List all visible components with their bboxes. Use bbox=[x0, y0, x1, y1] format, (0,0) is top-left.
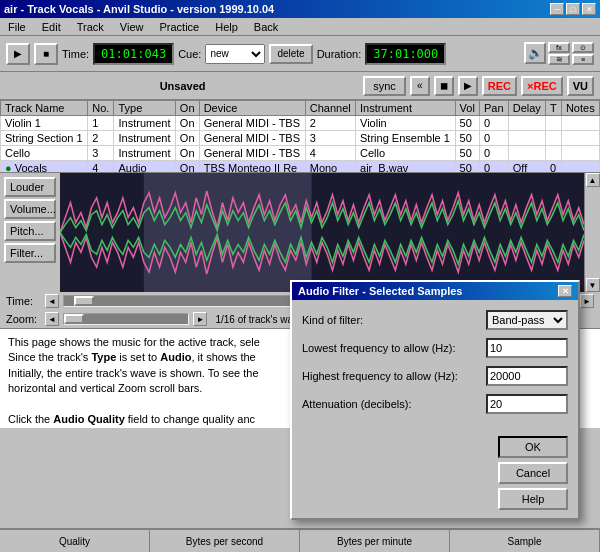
table-cell: 3 bbox=[305, 131, 355, 146]
play-button[interactable]: ▶ bbox=[6, 43, 30, 65]
low-freq-input[interactable] bbox=[486, 338, 568, 358]
menu-edit[interactable]: Edit bbox=[38, 21, 65, 33]
zoom-scroll-left[interactable]: ◄ bbox=[45, 312, 59, 326]
menu-view[interactable]: View bbox=[116, 21, 148, 33]
lines-icon[interactable]: ≡ bbox=[572, 54, 594, 65]
col-device: Device bbox=[199, 101, 305, 116]
col-t: T bbox=[546, 101, 562, 116]
tab-sample[interactable]: Sample bbox=[450, 530, 600, 552]
table-cell bbox=[546, 146, 562, 161]
ok-button[interactable]: OK bbox=[498, 436, 568, 458]
table-cell: 50 bbox=[455, 146, 479, 161]
louder-button[interactable]: Louder bbox=[4, 177, 56, 197]
kind-select[interactable]: Low-pass High-pass Band-pass Notch bbox=[486, 310, 568, 330]
table-cell: 50 bbox=[455, 131, 479, 146]
time-label: Time: bbox=[62, 48, 89, 60]
toolbar-row1: ▶ ■ Time: 01:01:043 Cue: new delete Dura… bbox=[0, 36, 600, 72]
vu-button[interactable]: VU bbox=[567, 76, 594, 96]
bottom-tabs: Quality Bytes per second Bytes per minut… bbox=[0, 528, 600, 552]
dialog-row-attenuation: Attenuation (decibels): bbox=[302, 394, 568, 414]
cancel-button[interactable]: Cancel bbox=[498, 462, 568, 484]
rec-button[interactable]: REC bbox=[482, 76, 517, 96]
svg-rect-0 bbox=[60, 173, 584, 292]
table-cell: Instrument bbox=[114, 131, 175, 146]
vertical-scrollbar[interactable]: ▲ ▼ bbox=[584, 173, 600, 292]
audio-filter-dialog: Audio Filter - Selected Samples ✕ Kind o… bbox=[290, 280, 580, 520]
delete-button[interactable]: delete bbox=[269, 44, 312, 64]
table-row[interactable]: Violin 11InstrumentOnGeneral MIDI - TBS2… bbox=[1, 116, 600, 131]
forward-button[interactable]: ▶ bbox=[458, 76, 478, 96]
col-type: Type bbox=[114, 101, 175, 116]
stop-button[interactable]: ■ bbox=[34, 43, 58, 65]
dialog-close-button[interactable]: ✕ bbox=[558, 285, 572, 297]
side-buttons: Louder Volume... Pitch... Filter... bbox=[0, 173, 60, 292]
table-row[interactable]: Cello3InstrumentOnGeneral MIDI - TBS4Cel… bbox=[1, 146, 600, 161]
track-table: Track Name No. Type On Device Channel In… bbox=[0, 100, 600, 172]
table-cell: Violin 1 bbox=[1, 116, 88, 131]
sync-button[interactable]: sync bbox=[363, 76, 406, 96]
attenuation-input[interactable] bbox=[486, 394, 568, 414]
table-cell bbox=[561, 116, 599, 131]
close-button[interactable]: ✕ bbox=[582, 3, 596, 15]
table-cell: 4 bbox=[88, 161, 114, 173]
track-table-container: Track Name No. Type On Device Channel In… bbox=[0, 100, 600, 172]
time-scroll-thumb[interactable] bbox=[74, 296, 94, 306]
cue-select[interactable]: new bbox=[205, 44, 265, 64]
tab-bytes-per-minute[interactable]: Bytes per minute bbox=[300, 530, 450, 552]
help-button[interactable]: Help bbox=[498, 488, 568, 510]
table-row[interactable]: ● Vocals4AudioOnTBS Montego II ReMonoair… bbox=[1, 161, 600, 173]
table-cell: On bbox=[175, 161, 199, 173]
table-cell: Violin bbox=[356, 116, 456, 131]
time-scroll-right[interactable]: ► bbox=[580, 294, 594, 308]
xrec-button[interactable]: ×REC bbox=[521, 76, 563, 96]
tab-quality[interactable]: Quality bbox=[0, 530, 150, 552]
menu-help[interactable]: Help bbox=[211, 21, 242, 33]
table-cell: 2 bbox=[305, 116, 355, 131]
knob-icon[interactable]: ⊙ bbox=[572, 42, 594, 53]
table-cell: General MIDI - TBS bbox=[199, 131, 305, 146]
table-cell bbox=[546, 131, 562, 146]
table-cell bbox=[508, 146, 545, 161]
scroll-down-arrow[interactable]: ▼ bbox=[586, 278, 600, 292]
unsaved-label: Unsaved bbox=[6, 80, 359, 92]
menu-back[interactable]: Back bbox=[250, 21, 282, 33]
zoom-scroll-right[interactable]: ► bbox=[193, 312, 207, 326]
table-cell: General MIDI - TBS bbox=[199, 116, 305, 131]
zoom-scroll-track[interactable] bbox=[63, 313, 189, 325]
col-notes: Notes bbox=[561, 101, 599, 116]
menu-practice[interactable]: Practice bbox=[155, 21, 203, 33]
table-cell: 0 bbox=[479, 116, 508, 131]
pitch-button[interactable]: Pitch... bbox=[4, 221, 56, 241]
table-cell bbox=[561, 146, 599, 161]
table-cell: ● Vocals bbox=[1, 161, 88, 173]
wave-icon[interactable]: ≋ bbox=[548, 54, 570, 65]
table-cell: 3 bbox=[88, 146, 114, 161]
table-cell: TBS Montego II Re bbox=[199, 161, 305, 173]
tab-bytes-per-second[interactable]: Bytes per second bbox=[150, 530, 300, 552]
filter-button[interactable]: Filter... bbox=[4, 243, 56, 263]
maximize-button[interactable]: □ bbox=[566, 3, 580, 15]
toolbar-row2: Unsaved sync « ◼ ▶ REC ×REC VU bbox=[0, 72, 600, 100]
table-cell bbox=[546, 116, 562, 131]
high-freq-input[interactable] bbox=[486, 366, 568, 386]
menu-track[interactable]: Track bbox=[73, 21, 108, 33]
speaker-icon[interactable]: 🔊 bbox=[524, 42, 546, 64]
back-step-button[interactable]: ◼ bbox=[434, 76, 454, 96]
table-cell: 50 bbox=[455, 161, 479, 173]
kind-label: Kind of filter: bbox=[302, 314, 482, 326]
fx-icon[interactable]: fx bbox=[548, 42, 570, 53]
title-bar: air - Track Vocals - Anvil Studio - vers… bbox=[0, 0, 600, 18]
rewind-button[interactable]: « bbox=[410, 76, 430, 96]
table-cell: Mono bbox=[305, 161, 355, 173]
table-row[interactable]: String Section 12InstrumentOnGeneral MID… bbox=[1, 131, 600, 146]
scroll-up-arrow[interactable]: ▲ bbox=[586, 173, 600, 187]
minimize-button[interactable]: ─ bbox=[550, 3, 564, 15]
time-scroll-left[interactable]: ◄ bbox=[45, 294, 59, 308]
low-freq-label: Lowest frequency to allow (Hz): bbox=[302, 342, 482, 354]
table-cell: Instrument bbox=[114, 116, 175, 131]
table-cell: 0 bbox=[546, 161, 562, 173]
zoom-scroll-thumb[interactable] bbox=[64, 314, 84, 324]
menu-file[interactable]: File bbox=[4, 21, 30, 33]
table-cell: 0 bbox=[479, 146, 508, 161]
volume-button[interactable]: Volume... bbox=[4, 199, 56, 219]
